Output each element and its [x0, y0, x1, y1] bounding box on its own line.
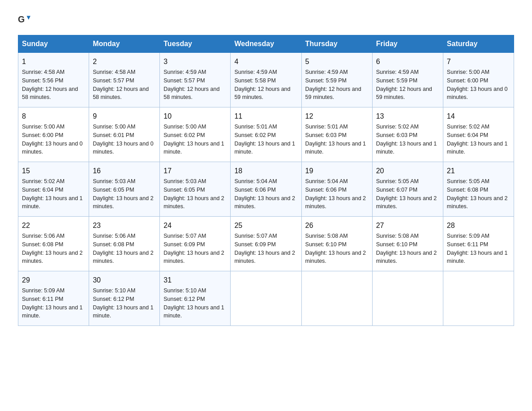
day-number: 8	[22, 111, 85, 122]
day-number: 18	[234, 166, 297, 176]
calendar-cell: 14Sunrise: 5:02 AMSunset: 6:04 PMDayligh…	[443, 107, 514, 162]
sunrise-info: Sunrise: 4:59 AM	[305, 69, 348, 75]
day-number: 2	[93, 56, 156, 67]
sunrise-info: Sunrise: 4:58 AM	[22, 69, 64, 75]
calendar-cell: 13Sunrise: 5:02 AMSunset: 6:03 PMDayligh…	[372, 107, 443, 162]
day-number: 27	[376, 220, 439, 231]
day-number: 21	[447, 166, 510, 176]
sunset-info: Sunset: 5:59 PM	[305, 77, 347, 84]
daylight-info: Daylight: 13 hours and 1 minute.	[447, 141, 508, 155]
sunrise-info: Sunrise: 5:10 AM	[93, 287, 135, 294]
weekday-header-wednesday: Wednesday	[231, 35, 301, 53]
sunrise-info: Sunrise: 5:10 AM	[163, 287, 206, 294]
day-number: 31	[163, 275, 227, 286]
day-number: 10	[163, 111, 227, 122]
daylight-info: Daylight: 13 hours and 1 minute.	[163, 141, 224, 155]
calendar-cell	[443, 271, 514, 326]
weekday-header-saturday: Saturday	[443, 35, 514, 53]
sunrise-info: Sunrise: 5:00 AM	[22, 124, 64, 130]
day-number: 22	[22, 220, 85, 231]
sunset-info: Sunset: 5:59 PM	[376, 77, 417, 84]
calendar-cell: 4Sunrise: 4:59 AMSunset: 5:58 PMDaylight…	[231, 53, 301, 107]
logo: G	[18, 13, 33, 26]
day-number: 3	[163, 56, 227, 67]
calendar-cell: 11Sunrise: 5:01 AMSunset: 6:02 PMDayligh…	[231, 107, 301, 162]
daylight-info: Daylight: 13 hours and 2 minutes.	[163, 195, 224, 210]
daylight-info: Daylight: 13 hours and 2 minutes.	[376, 250, 437, 265]
weekday-header-tuesday: Tuesday	[160, 35, 231, 53]
daylight-info: Daylight: 13 hours and 2 minutes.	[93, 195, 154, 210]
day-number: 5	[305, 56, 369, 67]
daylight-info: Daylight: 13 hours and 1 minute.	[22, 304, 83, 319]
weekday-header-thursday: Thursday	[301, 35, 372, 53]
day-number: 17	[163, 166, 227, 176]
day-number: 25	[234, 220, 297, 231]
calendar-cell: 16Sunrise: 5:03 AMSunset: 6:05 PMDayligh…	[89, 162, 160, 217]
sunrise-info: Sunrise: 5:06 AM	[22, 233, 64, 239]
sunrise-info: Sunrise: 4:59 AM	[163, 69, 206, 75]
calendar-cell: 9Sunrise: 5:00 AMSunset: 6:01 PMDaylight…	[89, 107, 160, 162]
sunset-info: Sunset: 6:08 PM	[93, 241, 134, 248]
sunrise-info: Sunrise: 4:59 AM	[376, 69, 419, 75]
sunset-info: Sunset: 6:08 PM	[447, 187, 488, 193]
sunrise-info: Sunrise: 5:02 AM	[447, 124, 489, 130]
sunset-info: Sunset: 6:05 PM	[93, 187, 134, 193]
sunrise-info: Sunrise: 5:08 AM	[305, 233, 348, 239]
daylight-info: Daylight: 13 hours and 1 minute.	[376, 141, 437, 155]
daylight-info: Daylight: 13 hours and 0 minutes.	[447, 86, 508, 101]
calendar-week-2: 8Sunrise: 5:00 AMSunset: 6:00 PMDaylight…	[18, 107, 514, 162]
daylight-info: Daylight: 13 hours and 2 minutes.	[22, 250, 83, 265]
calendar-cell: 7Sunrise: 5:00 AMSunset: 6:00 PMDaylight…	[443, 53, 514, 107]
calendar-week-1: 1Sunrise: 4:58 AMSunset: 5:56 PMDaylight…	[18, 53, 514, 107]
sunset-info: Sunset: 6:08 PM	[22, 241, 63, 248]
sunset-info: Sunset: 6:09 PM	[234, 241, 275, 248]
calendar-cell: 30Sunrise: 5:10 AMSunset: 6:12 PMDayligh…	[89, 271, 160, 326]
daylight-info: Daylight: 13 hours and 1 minute.	[234, 141, 295, 155]
sunrise-info: Sunrise: 5:02 AM	[376, 124, 419, 130]
sunrise-info: Sunrise: 5:09 AM	[447, 233, 489, 239]
calendar-cell: 29Sunrise: 5:09 AMSunset: 6:11 PMDayligh…	[18, 271, 89, 326]
calendar-cell: 18Sunrise: 5:04 AMSunset: 6:06 PMDayligh…	[231, 162, 301, 217]
daylight-info: Daylight: 13 hours and 2 minutes.	[163, 250, 224, 265]
daylight-info: Daylight: 13 hours and 1 minute.	[163, 304, 224, 319]
calendar-cell: 10Sunrise: 5:00 AMSunset: 6:02 PMDayligh…	[160, 107, 231, 162]
daylight-info: Daylight: 12 hours and 59 minutes.	[305, 86, 361, 101]
sunrise-info: Sunrise: 5:09 AM	[22, 287, 64, 294]
calendar-cell: 26Sunrise: 5:08 AMSunset: 6:10 PMDayligh…	[301, 217, 372, 271]
daylight-info: Daylight: 13 hours and 2 minutes.	[376, 195, 437, 210]
sunrise-info: Sunrise: 5:05 AM	[447, 178, 489, 184]
sunset-info: Sunset: 6:02 PM	[234, 132, 275, 138]
calendar-cell: 19Sunrise: 5:04 AMSunset: 6:06 PMDayligh…	[301, 162, 372, 217]
sunrise-info: Sunrise: 5:03 AM	[163, 178, 206, 184]
day-number: 19	[305, 166, 369, 176]
calendar-cell: 5Sunrise: 4:59 AMSunset: 5:59 PMDaylight…	[301, 53, 372, 107]
sunrise-info: Sunrise: 4:58 AM	[93, 69, 135, 75]
sunset-info: Sunset: 6:11 PM	[447, 241, 488, 248]
sunset-info: Sunset: 6:06 PM	[234, 187, 275, 193]
sunset-info: Sunset: 6:04 PM	[447, 132, 488, 138]
sunset-info: Sunset: 6:03 PM	[376, 132, 417, 138]
calendar-cell: 25Sunrise: 5:07 AMSunset: 6:09 PMDayligh…	[231, 217, 301, 271]
sunrise-info: Sunrise: 5:01 AM	[305, 124, 348, 130]
calendar-cell: 20Sunrise: 5:05 AMSunset: 6:07 PMDayligh…	[372, 162, 443, 217]
sunrise-info: Sunrise: 5:03 AM	[93, 178, 135, 184]
sunset-info: Sunset: 6:10 PM	[376, 241, 417, 248]
sunset-info: Sunset: 6:12 PM	[93, 296, 134, 302]
svg-marker-1	[27, 16, 30, 20]
day-number: 6	[376, 56, 439, 67]
daylight-info: Daylight: 12 hours and 59 minutes.	[234, 86, 290, 101]
day-number: 26	[305, 220, 369, 231]
day-number: 23	[93, 220, 156, 231]
daylight-info: Daylight: 12 hours and 58 minutes.	[163, 86, 219, 101]
weekday-header-friday: Friday	[372, 35, 443, 53]
day-number: 9	[93, 111, 156, 122]
sunset-info: Sunset: 5:56 PM	[22, 77, 63, 84]
sunrise-info: Sunrise: 5:05 AM	[376, 178, 419, 184]
daylight-info: Daylight: 13 hours and 0 minutes.	[93, 141, 154, 155]
daylight-info: Daylight: 13 hours and 1 minute.	[305, 141, 366, 155]
calendar-cell: 3Sunrise: 4:59 AMSunset: 5:57 PMDaylight…	[160, 53, 231, 107]
day-number: 16	[93, 166, 156, 176]
sunrise-info: Sunrise: 5:06 AM	[93, 233, 135, 239]
sunset-info: Sunset: 6:11 PM	[22, 296, 63, 302]
sunset-info: Sunset: 6:05 PM	[163, 187, 205, 193]
